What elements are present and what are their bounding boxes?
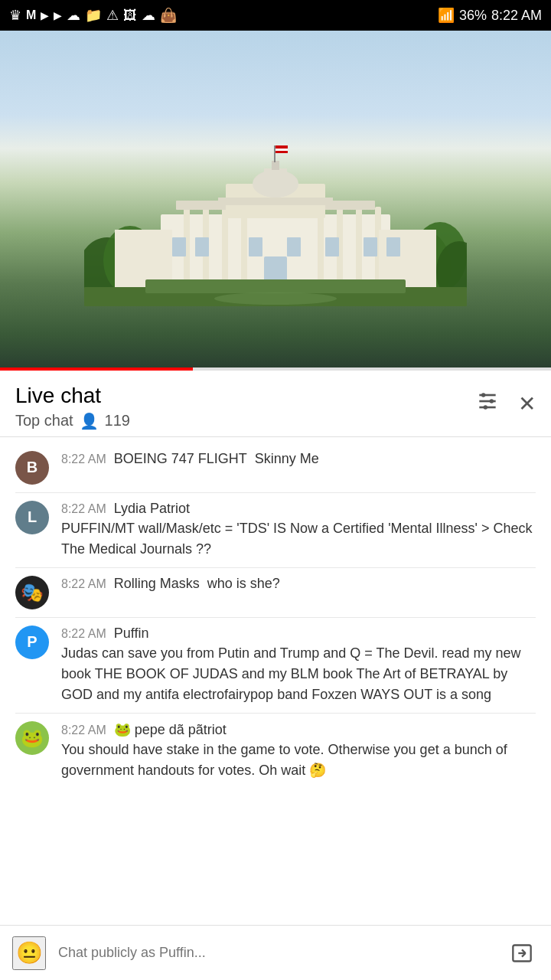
- svg-rect-30: [364, 237, 377, 256]
- message-meta: 8:22 AM Puffin: [61, 626, 536, 642]
- chat-messages-list: B 8:22 AM BOEING 747 FLIGHT Skinny Me L …: [0, 437, 551, 856]
- avatar: 🐸: [15, 721, 49, 755]
- chat-subtitle: Top chat 👤 119: [15, 412, 130, 430]
- message-time: 8:22 AM: [61, 627, 106, 641]
- message-content: 8:22 AM BOEING 747 FLIGHT Skinny Me: [61, 451, 536, 469]
- progress-fill: [0, 368, 193, 371]
- video-progress[interactable]: [0, 368, 551, 371]
- svg-rect-25: [172, 237, 186, 256]
- list-item: L 8:22 AM Lydia Patriot PUFFIN/MT wall/M…: [0, 493, 551, 567]
- warning-icon: ⚠: [106, 7, 119, 24]
- chat-title: Live chat: [15, 383, 130, 409]
- message-meta: 8:22 AM Lydia Patriot: [61, 501, 536, 517]
- svg-rect-9: [241, 207, 247, 291]
- chat-input[interactable]: [58, 945, 493, 961]
- send-button[interactable]: [505, 936, 539, 970]
- message-time: 8:22 AM: [61, 452, 106, 466]
- youtube-icon2: ▶: [54, 9, 62, 21]
- svg-rect-18: [264, 168, 287, 185]
- folder-icon: 📁: [85, 7, 102, 24]
- chat-input-bar: 😐: [0, 925, 551, 980]
- youtube-icon: ▶: [41, 9, 49, 21]
- list-item: 🎭 8:22 AM Rolling Masks who is she?: [0, 568, 551, 617]
- message-text: Skinny Me: [255, 451, 319, 467]
- chat-header-right: ✕: [475, 383, 536, 419]
- message-time: 8:22 AM: [61, 577, 106, 591]
- svg-rect-29: [325, 237, 339, 256]
- message-author: BOEING 747 FLIGHT: [114, 451, 247, 467]
- svg-rect-31: [386, 237, 400, 256]
- message-content: 8:22 AM Puffin Judas can save you from P…: [61, 626, 536, 705]
- viewer-count: 119: [105, 412, 130, 430]
- app-icon-m: M: [26, 8, 36, 22]
- message-meta: 8:22 AM Rolling Masks who is she?: [61, 576, 536, 592]
- message-text: You should have stake in the game to vot…: [61, 740, 536, 781]
- cloud2-icon: ☁: [142, 7, 155, 24]
- emoji-button[interactable]: 😐: [12, 936, 46, 970]
- cloud-icon: ☁: [67, 7, 80, 24]
- viewers-icon: 👤: [80, 412, 99, 430]
- svg-rect-23: [115, 230, 172, 287]
- svg-point-41: [484, 405, 487, 409]
- message-meta: 8:22 AM 🐸 pepe dã pãtriot: [61, 721, 536, 738]
- message-text: PUFFIN/MT wall/Mask/etc = 'TDS' IS Now a…: [61, 518, 536, 560]
- status-info: 📶 36% 8:22 AM: [438, 7, 542, 24]
- close-chat-button[interactable]: ✕: [518, 391, 536, 416]
- message-meta: 8:22 AM BOEING 747 FLIGHT Skinny Me: [61, 451, 536, 467]
- svg-rect-16: [218, 198, 333, 205]
- svg-rect-34: [145, 279, 406, 293]
- avatar: P: [15, 626, 49, 659]
- chat-header: Live chat Top chat 👤 119 ✕: [0, 371, 551, 437]
- message-content: 8:22 AM Rolling Masks who is she?: [61, 576, 536, 593]
- image-icon: 🖼: [123, 8, 137, 24]
- top-chat-label[interactable]: Top chat: [15, 412, 73, 430]
- list-item: B 8:22 AM BOEING 747 FLIGHT Skinny Me: [0, 443, 551, 492]
- svg-point-39: [481, 393, 485, 397]
- white-house-illustration: [84, 138, 467, 306]
- message-author: Rolling Masks: [114, 576, 200, 592]
- svg-point-35: [214, 292, 337, 305]
- svg-rect-8: [222, 207, 228, 291]
- video-player[interactable]: [0, 31, 551, 368]
- list-item: P 8:22 AM Puffin Judas can save you from…: [0, 618, 551, 713]
- avatar: L: [15, 501, 49, 534]
- svg-rect-28: [287, 237, 301, 256]
- status-icons: ♛ M ▶ ▶ ☁ 📁 ⚠ 🖼 ☁ 👜: [9, 7, 177, 24]
- message-author: 🐸 pepe dã pãtriot: [114, 721, 227, 738]
- battery-text: 36%: [459, 8, 487, 24]
- svg-rect-27: [249, 237, 262, 256]
- wifi-icon: 📶: [438, 7, 455, 24]
- svg-rect-20: [274, 145, 276, 162]
- message-text: who is she?: [207, 576, 280, 592]
- svg-rect-12: [356, 207, 362, 291]
- message-content: 8:22 AM 🐸 pepe dã pãtriot You should hav…: [61, 721, 536, 781]
- avatar: 🎭: [15, 576, 49, 609]
- svg-rect-26: [195, 237, 209, 256]
- crown-icon: ♛: [9, 7, 21, 24]
- avatar: B: [15, 451, 49, 485]
- message-content: 8:22 AM Lydia Patriot PUFFIN/MT wall/Mas…: [61, 501, 536, 560]
- svg-point-40: [490, 399, 494, 403]
- time-text: 8:22 AM: [491, 8, 542, 24]
- bag-icon: 👜: [160, 7, 177, 24]
- message-time: 8:22 AM: [61, 502, 106, 516]
- message-text: Judas can save you from Putin and Trump …: [61, 643, 536, 705]
- message-author: Lydia Patriot: [114, 501, 190, 517]
- status-bar: ♛ M ▶ ▶ ☁ 📁 ⚠ 🖼 ☁ 👜 📶 36% 8:22 AM: [0, 0, 551, 31]
- filter-icon[interactable]: [475, 389, 500, 419]
- svg-rect-10: [318, 207, 324, 291]
- svg-rect-22: [276, 149, 288, 151]
- chat-header-left: Live chat Top chat 👤 119: [15, 383, 130, 430]
- message-time: 8:22 AM: [61, 724, 106, 737]
- list-item: 🐸 8:22 AM 🐸 pepe dã pãtriot You should h…: [0, 714, 551, 789]
- message-author: Puffin: [114, 626, 149, 642]
